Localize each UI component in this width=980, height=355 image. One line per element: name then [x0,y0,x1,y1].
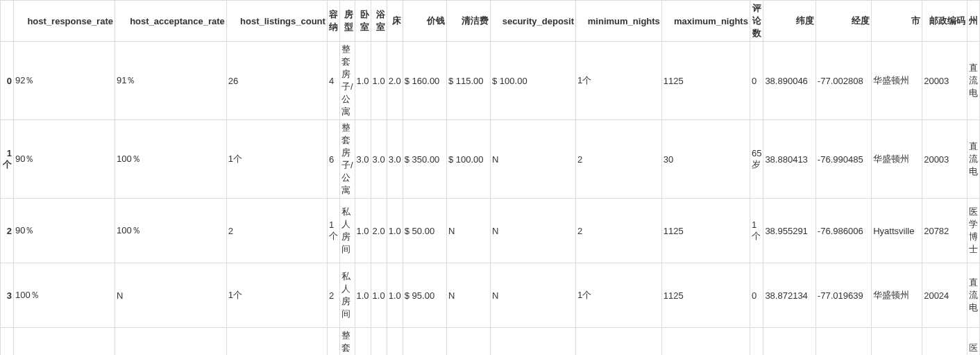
cell: 38.872134 [763,263,816,328]
cell: 直流电 [968,42,980,120]
cell: $ 50.00 [403,328,446,356]
cell: 100％ [14,263,115,328]
row-index: 0 [1,42,14,120]
cell: 整套房子/公寓 [339,120,355,199]
cell: 1.0 [355,328,371,356]
cell: 医学博士 [968,199,980,263]
index-header [1,1,14,42]
cell: 1125 [661,42,750,120]
cell: 整套房子/公寓 [339,328,355,356]
cell: 38.996382 [763,328,816,356]
table-row: 3100％N1个2私人房间1.01.01.0$ 95.00NN1个1125038… [1,263,980,328]
cell: $ 95.00 [403,263,446,328]
cell: $ 100.00 [446,120,490,199]
cell: 38.890046 [763,42,816,120]
cell: 1.0 [355,263,371,328]
cell: 1.0 [387,199,403,263]
cell: 67％ [115,328,226,356]
cell: 90％ [14,199,115,263]
dataframe-table: host_response_rate host_acceptance_rate … [0,0,980,355]
cell: 直流电 [968,120,980,199]
row-index: 4 [1,328,14,356]
cell: 4 [327,42,339,120]
cell: 20003 [922,42,968,120]
cell: 华盛顿州 [872,263,922,328]
col-host_listings_count: host_listings_count [226,1,327,42]
table-row: 492％67％1个4整套房子/公寓1.01.01.0$ 50.00$ 15.00… [1,328,980,356]
cell: $ 350.00 [403,120,446,199]
cell: 3.0 [387,120,403,199]
cell: 38.955291 [763,199,816,263]
cell: $ 160.00 [403,42,446,120]
cell: 1125 [661,263,750,328]
cell: 1个 [750,199,763,263]
cell: 92％ [14,328,115,356]
cell: $ 50.00 [403,199,446,263]
row-index: 1个 [1,120,14,199]
table-header: host_response_rate host_acceptance_rate … [1,1,980,42]
cell: N [115,263,226,328]
cell: 3.0 [371,120,387,199]
cell: 整套房子/公寓 [339,42,355,120]
cell: 银泉 [872,328,922,356]
cell: 26 [226,42,327,120]
cell: 91％ [115,42,226,120]
cell: 直流电 [968,263,980,328]
cell: 65岁 [750,120,763,199]
cell: -77.019639 [816,263,871,328]
cell: 2 [576,199,662,263]
cell: 0 [750,328,763,356]
cell: 90％ [14,120,115,199]
cell: -76.986006 [816,199,871,263]
col-cleaning-fee: 清洁费 [446,1,490,42]
row-index: 2 [1,199,14,263]
cell: $ 15.00 [446,328,490,356]
cell: 2 [327,263,339,328]
cell: N [491,120,576,199]
cell: 38.880413 [763,120,816,199]
col-security_deposit: security_deposit [491,1,576,42]
cell: 1个 [576,263,662,328]
cell: -76.990485 [816,120,871,199]
col-latitude: 纬度 [763,1,816,42]
cell: -77.002808 [816,42,871,120]
col-bedrooms: 卧室 [355,1,371,42]
table-row: 290％100％21个私人房间1.02.01.0$ 50.00NN211251个… [1,199,980,263]
cell: 1个 [226,120,327,199]
cell: 私人房间 [339,263,355,328]
cell: 1个 [327,199,339,263]
cell: $ 450.00 [491,328,576,356]
cell: 1125 [661,199,750,263]
cell: 1个 [226,263,327,328]
cell: 1个 [226,328,327,356]
cell: 20782 [922,199,968,263]
cell: 私人房间 [339,199,355,263]
cell: 3.0 [355,120,371,199]
cell: 2.0 [387,42,403,120]
col-host_acceptance_rate: host_acceptance_rate [115,1,226,42]
cell: 1.0 [371,42,387,120]
cell: 2.0 [371,199,387,263]
cell: 30 [661,120,750,199]
cell: N [491,199,576,263]
cell: 华盛顿州 [872,42,922,120]
col-accommodates: 容纳 [327,1,339,42]
cell: 华盛顿州 [872,120,922,199]
cell: 6 [327,120,339,199]
cell: 2 [576,120,662,199]
col-beds: 床 [387,1,403,42]
cell: 1.0 [387,263,403,328]
cell: 1.0 [355,42,371,120]
cell: N [446,199,490,263]
cell: 1.0 [371,263,387,328]
cell: 100％ [115,199,226,263]
cell: 92％ [14,42,115,120]
cell: -77.041541 [816,328,871,356]
cell: 20024 [922,263,968,328]
cell: N [491,263,576,328]
cell: 医学博士 [968,328,980,356]
cell: 100％ [115,120,226,199]
col-zipcode: 邮政编码 [922,1,968,42]
cell: 7 [576,328,662,356]
col-minimum_nights: minimum_nights [576,1,662,42]
